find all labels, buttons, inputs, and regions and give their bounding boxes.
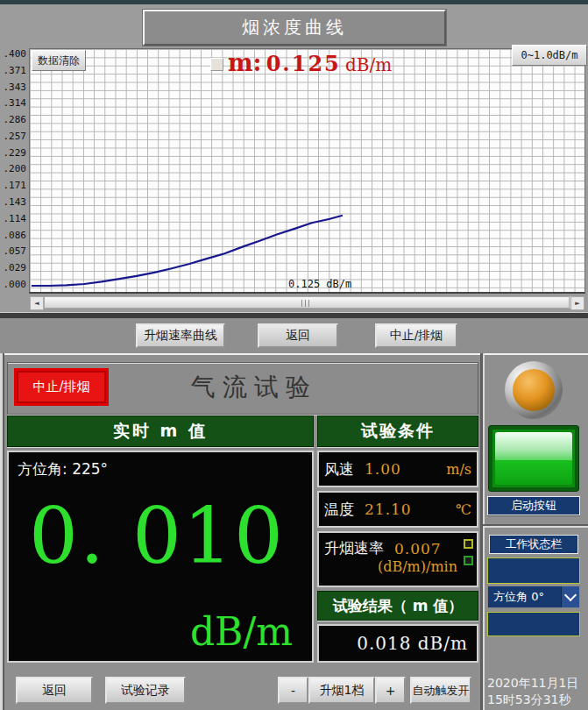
y-tick-label: .086 <box>0 230 26 242</box>
y-tick-label: .000 <box>0 279 26 291</box>
m-prefix: m: <box>228 49 262 76</box>
start-button-base <box>495 460 572 485</box>
vertical-divider <box>480 353 485 710</box>
start-button-gloss <box>495 432 572 462</box>
azimuth-dropdown-value: 方位角 0° <box>488 589 561 605</box>
azimuth-dropdown[interactable]: 方位角 0° <box>487 586 580 608</box>
status-bar-label: 工作状态栏 <box>489 535 578 554</box>
scroll-right-icon[interactable]: ► <box>570 296 584 310</box>
chevron-down-icon[interactable] <box>561 586 579 607</box>
rise-rate-value: 0.007 <box>394 540 442 557</box>
smoke-level-button[interactable]: 升烟1档 <box>308 677 375 704</box>
y-tick-label: .286 <box>0 114 26 126</box>
result-header: 试验结果（ m 值） <box>317 591 478 621</box>
time-text: 15时53分31秒 <box>487 692 585 708</box>
y-tick-label: .371 <box>0 65 26 77</box>
clear-data-button[interactable]: 数据清除 <box>32 50 86 71</box>
datetime-display: 2020年11月1日 15时53分31秒 <box>487 675 585 708</box>
flow-test-title: 气流试验 <box>123 369 386 406</box>
wind-speed-value: 1.00 <box>365 460 401 478</box>
m-value-unit: dB/m <box>190 609 293 654</box>
conditions-header: 试验条件 <box>317 415 478 447</box>
indicator-square-green-icon <box>464 556 473 565</box>
auto-trigger-button[interactable]: 自动触发开 <box>410 677 471 704</box>
temperature-value: 21.10 <box>365 501 412 518</box>
curve-annotation: 0.125 dB/m <box>288 278 351 290</box>
y-tick-label: .143 <box>0 196 26 209</box>
scrollbar-grip-icon <box>301 300 312 307</box>
start-button-label: 启动按钮 <box>487 496 580 515</box>
status-box-1 <box>487 557 580 584</box>
rise-rate-box: 升烟速率 0.007 (dB/m)/min <box>317 531 478 587</box>
rise-rate-label: 升烟速率 <box>324 538 384 558</box>
increase-button[interactable]: + <box>375 677 406 704</box>
result-value: 0.018 dB/m <box>319 626 477 661</box>
m-value: 0.125 <box>266 51 341 76</box>
scrollbar-thumb[interactable] <box>44 296 570 309</box>
y-tick-label: .400 <box>0 48 26 60</box>
y-tick-label: .114 <box>0 213 26 225</box>
chart-title-label: 烟浓度曲线 <box>242 16 347 39</box>
abort-exhaust-button[interactable]: 中止/排烟 <box>14 368 109 406</box>
temperature-unit: ℃ <box>456 501 471 518</box>
temperature-box: 温度 21.10 ℃ <box>317 491 478 528</box>
y-tick-label: .029 <box>0 262 26 274</box>
abort-exhaust-button-top[interactable]: 中止/排烟 <box>375 323 457 348</box>
chart-scrollbar[interactable]: ◄ ► <box>29 295 585 309</box>
realtime-m-header: 实时 m 值 <box>7 415 314 447</box>
m-curve <box>30 49 586 295</box>
rise-rate-curve-button[interactable]: 升烟速率曲线 <box>136 323 225 348</box>
azimuth-readout: 方位角: 225° <box>18 459 108 479</box>
start-button[interactable] <box>489 426 578 491</box>
temperature-label: 温度 <box>324 500 354 520</box>
date-text: 2020年11月1日 <box>487 675 585 692</box>
status-lamp-ring <box>505 361 563 419</box>
status-box-2 <box>487 612 580 636</box>
rise-rate-unit: (dB/m)/min <box>319 558 477 575</box>
y-tick-label: .257 <box>0 131 26 143</box>
y-tick-label: .057 <box>0 245 26 258</box>
horizontal-groove <box>483 524 588 528</box>
scroll-left-icon[interactable]: ◄ <box>30 296 44 310</box>
status-lamp-icon <box>513 369 555 411</box>
y-tick-label: .171 <box>0 180 26 192</box>
range-label: 0~1.0dB/m <box>512 45 587 66</box>
legend-chip-icon <box>210 58 223 71</box>
m-unit: dB/m <box>345 54 392 75</box>
indicator-square-yellow-icon <box>464 539 473 549</box>
realtime-display: 方位角: 225° 0. 010 dB/m <box>7 451 314 663</box>
app-window: 烟浓度曲线 0.125 dB/m .400.371.343.314.286.25… <box>0 0 588 710</box>
m-value-display: 0. 010 <box>12 494 301 579</box>
y-tick-label: .343 <box>0 82 26 94</box>
return-button-top[interactable]: 返回 <box>258 323 338 348</box>
current-m-readout: m: 0.125 dB/m <box>228 49 392 76</box>
y-tick-label: .229 <box>0 147 26 160</box>
chart-title: 烟浓度曲线 <box>143 10 446 46</box>
result-box: 0.018 dB/m <box>317 624 478 663</box>
wind-speed-label: 风速 <box>324 459 354 479</box>
panel-divider <box>0 312 588 318</box>
decrease-button[interactable]: - <box>278 677 308 704</box>
wind-speed-box: 风速 1.00 m/s <box>317 451 478 487</box>
wind-speed-unit: m/s <box>446 461 471 478</box>
panel-left-edge <box>0 353 4 710</box>
y-tick-label: .314 <box>0 97 26 110</box>
chart-plot-area: 0.125 dB/m <box>29 48 585 294</box>
return-button-bottom[interactable]: 返回 <box>16 677 93 704</box>
test-record-button[interactable]: 试验记录 <box>105 677 186 704</box>
y-tick-label: .200 <box>0 163 26 175</box>
